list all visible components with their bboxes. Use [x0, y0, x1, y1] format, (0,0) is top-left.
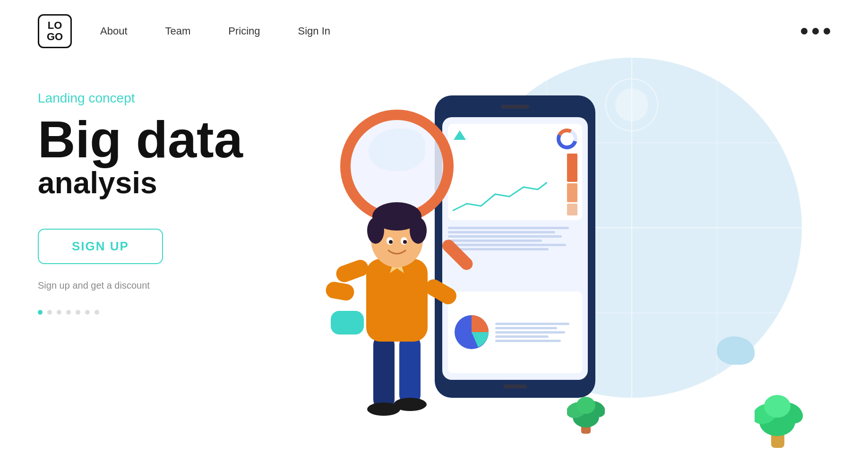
svg-rect-13 — [373, 334, 395, 410]
page-dot-5[interactable] — [76, 310, 80, 315]
donut-chart-icon — [556, 128, 578, 150]
nav-link-about[interactable]: About — [100, 25, 128, 37]
svg-rect-27 — [334, 257, 371, 284]
svg-rect-29 — [422, 276, 459, 307]
phone-notch — [501, 105, 529, 109]
dot-1 — [801, 28, 808, 34]
pie-text-content — [495, 323, 577, 342]
svg-rect-28 — [325, 281, 355, 302]
bar-3 — [567, 204, 577, 215]
plant-left-svg — [567, 377, 605, 434]
bar-chart — [567, 153, 577, 215]
pie-line-4 — [495, 335, 549, 338]
signup-description: Sign up and get a discount — [38, 280, 284, 291]
plant-right-svg — [755, 372, 807, 448]
svg-point-25 — [389, 240, 393, 244]
hero-text-block: Landing concept Big data analysis SIGN U… — [38, 72, 284, 315]
phone-home-button — [503, 385, 527, 388]
page-dot-2[interactable] — [47, 310, 52, 315]
pie-line-2 — [495, 327, 557, 329]
hero-illustration — [293, 72, 830, 459]
nav-link-pricing[interactable]: Pricing — [228, 25, 260, 37]
svg-point-21 — [367, 217, 384, 244]
hero-section: Landing concept Big data analysis SIGN U… — [0, 62, 868, 459]
svg-rect-17 — [366, 259, 428, 342]
person-svg — [321, 164, 473, 429]
page-dot-7[interactable] — [95, 310, 99, 315]
svg-rect-14 — [399, 334, 421, 405]
more-menu-icon[interactable] — [801, 28, 830, 34]
plant-left — [567, 377, 605, 436]
svg-point-7 — [615, 88, 648, 121]
person-illustration — [321, 164, 473, 431]
svg-point-26 — [403, 240, 407, 244]
page-dot-3[interactable] — [57, 310, 61, 315]
page-dot-4[interactable] — [66, 310, 71, 315]
landing-label: Landing concept — [38, 91, 284, 106]
navigation: LOGO About Team Pricing Sign In — [0, 0, 868, 62]
pie-line-1 — [495, 323, 569, 325]
svg-point-35 — [576, 397, 595, 414]
bar-1 — [567, 154, 577, 182]
pie-line-5 — [495, 340, 561, 342]
nav-link-signin[interactable]: Sign In — [298, 25, 331, 37]
svg-point-40 — [764, 395, 791, 418]
svg-rect-30 — [331, 311, 364, 334]
page-dot-1[interactable] — [38, 310, 43, 315]
dot-2 — [812, 28, 819, 34]
nav-menu: About Team Pricing Sign In — [100, 25, 330, 37]
nav-link-team[interactable]: Team — [165, 25, 191, 37]
hero-title-big: Big data — [38, 113, 284, 165]
pagination-dots — [38, 310, 284, 315]
bar-2 — [567, 183, 577, 202]
logo-text: LOGO — [47, 20, 63, 43]
svg-point-22 — [410, 217, 427, 244]
pie-line-3 — [495, 331, 565, 334]
plant-right — [755, 372, 807, 450]
logo[interactable]: LOGO — [38, 14, 72, 48]
signup-button[interactable]: SIGN UP — [38, 229, 163, 264]
hero-title-sub: analysis — [38, 165, 284, 200]
page-dot-6[interactable] — [85, 310, 90, 315]
dot-3 — [824, 28, 830, 34]
svg-point-16 — [394, 398, 427, 411]
